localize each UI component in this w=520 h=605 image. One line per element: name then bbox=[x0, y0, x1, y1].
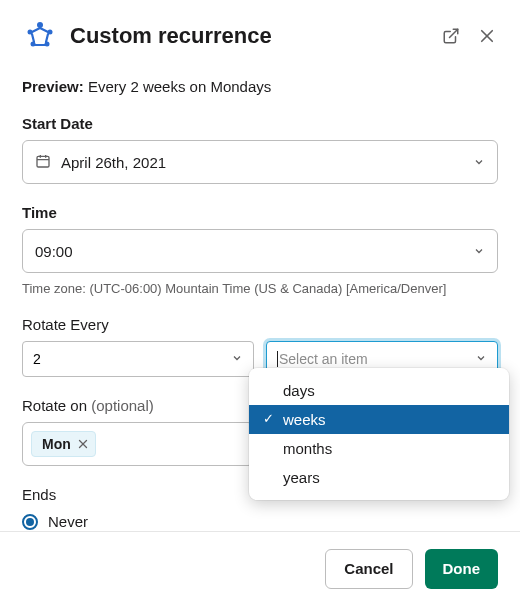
chevron-down-icon bbox=[473, 154, 485, 171]
calendar-icon bbox=[35, 153, 51, 172]
chip-label: Mon bbox=[42, 436, 71, 452]
day-chip: Mon bbox=[31, 431, 96, 457]
unit-dropdown: days weeks months years bbox=[249, 368, 509, 500]
dropdown-item-days[interactable]: days bbox=[249, 376, 509, 405]
done-button[interactable]: Done bbox=[425, 549, 499, 589]
time-value: 09:00 bbox=[35, 243, 463, 260]
radio-icon bbox=[22, 514, 38, 530]
rotate-every-label: Rotate Every bbox=[22, 316, 498, 333]
modal-header: Custom recurrence bbox=[0, 0, 520, 64]
dropdown-item-months[interactable]: months bbox=[249, 434, 509, 463]
chevron-down-icon bbox=[473, 243, 485, 260]
dropdown-item-years[interactable]: years bbox=[249, 463, 509, 492]
preview-text: Preview: Every 2 weeks on Mondays bbox=[22, 78, 498, 95]
time-label: Time bbox=[22, 204, 498, 221]
modal-footer: Cancel Done bbox=[0, 531, 520, 605]
rotate-on-input[interactable]: Mon bbox=[22, 422, 254, 466]
chevron-down-icon bbox=[231, 351, 243, 367]
preview-value: Every 2 weeks on Mondays bbox=[88, 78, 271, 95]
timezone-text: Time zone: (UTC-06:00) Mountain Time (US… bbox=[22, 281, 498, 296]
chevron-down-icon bbox=[475, 351, 487, 367]
start-date-label: Start Date bbox=[22, 115, 498, 132]
optional-hint: (optional) bbox=[91, 397, 154, 414]
close-icon[interactable] bbox=[476, 25, 498, 47]
ends-never-option[interactable]: Never bbox=[22, 513, 498, 530]
time-select[interactable]: 09:00 bbox=[22, 229, 498, 273]
dropdown-item-weeks[interactable]: weeks bbox=[249, 405, 509, 434]
cancel-button[interactable]: Cancel bbox=[325, 549, 412, 589]
ends-option-label: Never bbox=[48, 513, 88, 530]
preview-label: Preview: bbox=[22, 78, 84, 95]
svg-rect-8 bbox=[37, 156, 49, 167]
rotate-count-value: 2 bbox=[33, 351, 231, 367]
svg-line-5 bbox=[450, 29, 458, 37]
rotate-unit-placeholder: Select an item bbox=[277, 351, 475, 367]
start-date-select[interactable]: April 26th, 2021 bbox=[22, 140, 498, 184]
chip-remove-icon[interactable] bbox=[77, 438, 89, 450]
modal-title: Custom recurrence bbox=[70, 23, 428, 49]
open-external-icon[interactable] bbox=[440, 25, 462, 47]
start-date-value: April 26th, 2021 bbox=[61, 154, 463, 171]
app-icon bbox=[22, 18, 58, 54]
rotate-count-select[interactable]: 2 bbox=[22, 341, 254, 377]
